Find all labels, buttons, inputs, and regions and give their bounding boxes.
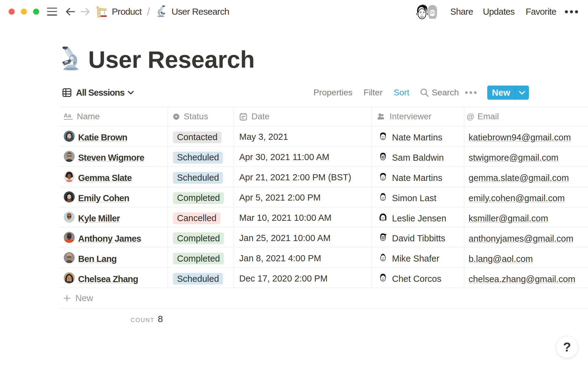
svg-text:Aa: Aa <box>64 113 71 119</box>
svg-text:@: @ <box>467 113 474 121</box>
